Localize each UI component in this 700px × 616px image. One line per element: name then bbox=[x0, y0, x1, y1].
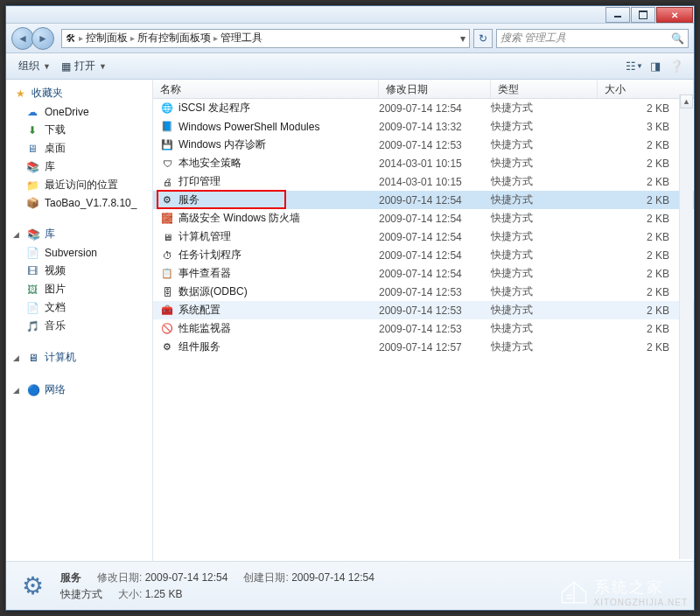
chevron-icon: ◢ bbox=[13, 230, 20, 239]
file-row[interactable]: ⏱任务计划程序 2009-07-14 12:54 快捷方式 2 KB bbox=[153, 246, 694, 264]
file-row[interactable]: 📋事件查看器 2009-07-14 12:54 快捷方式 2 KB bbox=[153, 264, 694, 283]
details-name: 服务 bbox=[60, 570, 81, 585]
open-button[interactable]: ▦ 打开 ▼ bbox=[56, 56, 112, 76]
group-icon: ★ bbox=[13, 87, 27, 101]
sidebar-item[interactable]: ⬇下载 bbox=[6, 121, 152, 139]
sidebar-item[interactable]: 📄Subversion bbox=[6, 244, 152, 262]
file-row[interactable]: ⚙服务 2009-07-14 12:54 快捷方式 2 KB bbox=[153, 191, 694, 209]
file-icon: 🚫 bbox=[160, 322, 174, 336]
sidebar-group-header[interactable]: ◢📚库 bbox=[6, 224, 152, 244]
sidebar-item[interactable]: 📁最近访问的位置 bbox=[6, 176, 152, 194]
file-type: 快捷方式 bbox=[491, 229, 598, 244]
file-row[interactable]: ⚙组件服务 2009-07-14 12:57 快捷方式 2 KB bbox=[153, 338, 694, 356]
sidebar-item[interactable]: 📄文档 bbox=[6, 298, 152, 317]
breadcrumb-item[interactable]: 控制面板 bbox=[86, 31, 128, 46]
organize-label: 组织 bbox=[18, 59, 39, 74]
file-icon: ⚙ bbox=[160, 193, 174, 207]
file-name: Windows PowerShell Modules bbox=[178, 121, 319, 133]
breadcrumb-bar[interactable]: 🛠 ▸ 控制面板 ▸ 所有控制面板项 ▸ 管理工具 ▾ bbox=[61, 29, 470, 48]
file-name: 本地安全策略 bbox=[178, 156, 242, 171]
maximize-button[interactable] bbox=[631, 7, 655, 23]
search-placeholder: 搜索 管理工具 bbox=[500, 31, 566, 46]
sidebar-item[interactable]: 🖥桌面 bbox=[6, 139, 152, 158]
folder-icon: ⬇ bbox=[25, 123, 39, 137]
file-name: 任务计划程序 bbox=[178, 248, 242, 262]
sidebar-item[interactable]: 📚库 bbox=[6, 158, 152, 176]
file-icon: 🧱 bbox=[160, 212, 174, 226]
file-row[interactable]: 💾Windows 内存诊断 2009-07-14 12:53 快捷方式 2 KB bbox=[153, 136, 694, 154]
nav-forward-button[interactable]: ► bbox=[32, 27, 54, 50]
body: ★收藏夹☁OneDrive⬇下载🖥桌面📚库📁最近访问的位置📦TaoBao_V1.… bbox=[6, 80, 694, 561]
file-row[interactable]: 🗄数据源(ODBC) 2009-07-14 12:53 快捷方式 2 KB bbox=[153, 283, 694, 301]
vertical-scrollbar[interactable]: ▲ bbox=[679, 94, 693, 559]
file-date: 2014-03-01 10:15 bbox=[379, 176, 491, 188]
close-button[interactable] bbox=[656, 7, 693, 23]
folder-icon: 📁 bbox=[25, 178, 39, 192]
file-date: 2009-07-14 12:54 bbox=[379, 102, 491, 115]
file-icon: 📋 bbox=[160, 267, 174, 281]
open-label: 打开 bbox=[74, 59, 95, 74]
file-date: 2009-07-14 12:53 bbox=[379, 304, 491, 317]
sidebar-item-label: 桌面 bbox=[45, 141, 66, 156]
sidebar-item[interactable]: 🖼图片 bbox=[6, 280, 152, 298]
column-date[interactable]: 修改日期 bbox=[379, 80, 491, 98]
breadcrumb-item[interactable]: 管理工具 bbox=[220, 31, 262, 46]
sidebar-item-label: 文档 bbox=[45, 300, 66, 315]
sidebar-item[interactable]: 🎞视频 bbox=[6, 262, 152, 280]
file-name: Windows 内存诊断 bbox=[178, 137, 266, 152]
column-name[interactable]: 名称 bbox=[153, 80, 379, 98]
file-date: 2009-07-14 12:53 bbox=[379, 139, 491, 151]
file-row[interactable]: 📘Windows PowerShell Modules 2009-07-14 1… bbox=[153, 117, 694, 136]
file-row[interactable]: 🧰系统配置 2009-07-14 12:53 快捷方式 2 KB bbox=[153, 301, 694, 319]
control-panel-icon: 🛠 bbox=[66, 32, 76, 45]
file-row[interactable]: 🖥计算机管理 2009-07-14 12:54 快捷方式 2 KB bbox=[153, 228, 694, 246]
column-type[interactable]: 类型 bbox=[491, 80, 598, 98]
view-options-button[interactable]: ☷ ▼ bbox=[624, 57, 645, 76]
help-button[interactable]: ❔ bbox=[666, 57, 687, 76]
file-row[interactable]: 🖨打印管理 2014-03-01 10:15 快捷方式 2 KB bbox=[153, 172, 694, 191]
search-input[interactable]: 搜索 管理工具 🔍 bbox=[496, 29, 689, 48]
folder-icon: 📄 bbox=[25, 246, 39, 260]
dropdown-icon: ▼ bbox=[99, 62, 107, 71]
file-type: 快捷方式 bbox=[491, 211, 598, 226]
breadcrumb-item[interactable]: 所有控制面板项 bbox=[137, 31, 211, 46]
breadcrumb-sep-icon: ▸ bbox=[79, 33, 83, 43]
details-date-value: 2009-07-14 12:54 bbox=[145, 571, 228, 584]
sidebar-item[interactable]: 🎵音乐 bbox=[6, 317, 152, 335]
sidebar-item-label: 下载 bbox=[45, 122, 66, 137]
file-name: 性能监视器 bbox=[178, 321, 231, 336]
search-icon[interactable]: 🔍 bbox=[671, 32, 684, 45]
breadcrumb-sep-icon: ▸ bbox=[214, 33, 218, 43]
file-type: 快捷方式 bbox=[491, 248, 598, 262]
sidebar-group-header[interactable]: ★收藏夹 bbox=[6, 83, 152, 103]
file-type: 快捷方式 bbox=[491, 101, 598, 116]
sidebar-item-label: TaoBao_V1.7.8.10_ bbox=[45, 197, 136, 209]
dropdown-icon: ▼ bbox=[43, 62, 51, 71]
sidebar-item[interactable]: ☁OneDrive bbox=[6, 103, 152, 121]
sidebar-item-label: Subversion bbox=[45, 247, 97, 259]
folder-icon: 📦 bbox=[25, 196, 39, 210]
sidebar-group-header[interactable]: ◢🔵网络 bbox=[6, 380, 152, 400]
minimize-button[interactable] bbox=[606, 7, 630, 23]
file-row[interactable]: 🌐iSCSI 发起程序 2009-07-14 12:54 快捷方式 2 KB bbox=[153, 99, 694, 117]
sidebar-group-header[interactable]: ◢🖥计算机 bbox=[6, 347, 152, 368]
group-icon: 📚 bbox=[26, 228, 40, 242]
sidebar-item[interactable]: 📦TaoBao_V1.7.8.10_ bbox=[6, 194, 152, 212]
sidebar-item-label: 最近访问的位置 bbox=[45, 178, 118, 192]
file-icon: 🌐 bbox=[160, 102, 174, 116]
preview-pane-button[interactable]: ◨ bbox=[645, 57, 666, 76]
sidebar-item-label: 图片 bbox=[45, 282, 66, 297]
file-row[interactable]: 🛡本地安全策略 2014-03-01 10:15 快捷方式 2 KB bbox=[153, 154, 694, 172]
organize-button[interactable]: 组织 ▼ bbox=[13, 56, 56, 76]
file-date: 2009-07-14 12:54 bbox=[379, 268, 491, 280]
file-row[interactable]: 🚫性能监视器 2009-07-14 12:53 快捷方式 2 KB bbox=[153, 319, 694, 338]
folder-icon: 🎞 bbox=[25, 264, 39, 278]
refresh-button[interactable]: ↻ bbox=[473, 29, 493, 48]
file-rows: 🌐iSCSI 发起程序 2009-07-14 12:54 快捷方式 2 KB 📘… bbox=[153, 99, 694, 561]
scroll-up-icon[interactable]: ▲ bbox=[680, 94, 693, 108]
breadcrumb-dropdown-icon[interactable]: ▾ bbox=[460, 32, 466, 45]
file-name: 数据源(ODBC) bbox=[178, 284, 248, 299]
file-icon: 🖥 bbox=[160, 230, 174, 244]
folder-icon: 🎵 bbox=[25, 319, 39, 333]
file-row[interactable]: 🧱高级安全 Windows 防火墙 2009-07-14 12:54 快捷方式 … bbox=[153, 209, 694, 228]
